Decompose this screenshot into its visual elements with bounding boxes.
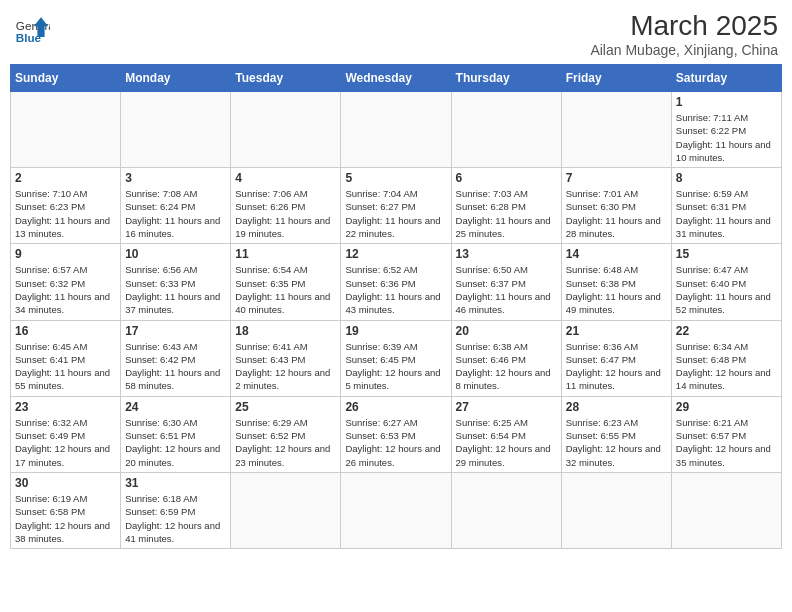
day-number: 30 (15, 476, 116, 490)
weekday-header-wednesday: Wednesday (341, 65, 451, 92)
calendar-cell: 13Sunrise: 6:50 AM Sunset: 6:37 PM Dayli… (451, 244, 561, 320)
day-info: Sunrise: 7:08 AM Sunset: 6:24 PM Dayligh… (125, 187, 226, 240)
day-number: 17 (125, 324, 226, 338)
calendar-cell: 12Sunrise: 6:52 AM Sunset: 6:36 PM Dayli… (341, 244, 451, 320)
day-info: Sunrise: 6:59 AM Sunset: 6:31 PM Dayligh… (676, 187, 777, 240)
day-info: Sunrise: 6:36 AM Sunset: 6:47 PM Dayligh… (566, 340, 667, 393)
calendar-cell: 21Sunrise: 6:36 AM Sunset: 6:47 PM Dayli… (561, 320, 671, 396)
day-info: Sunrise: 6:41 AM Sunset: 6:43 PM Dayligh… (235, 340, 336, 393)
day-number: 4 (235, 171, 336, 185)
calendar-week-row: 16Sunrise: 6:45 AM Sunset: 6:41 PM Dayli… (11, 320, 782, 396)
calendar-week-row: 23Sunrise: 6:32 AM Sunset: 6:49 PM Dayli… (11, 396, 782, 472)
day-info: Sunrise: 6:54 AM Sunset: 6:35 PM Dayligh… (235, 263, 336, 316)
day-number: 7 (566, 171, 667, 185)
day-number: 2 (15, 171, 116, 185)
day-info: Sunrise: 6:19 AM Sunset: 6:58 PM Dayligh… (15, 492, 116, 545)
calendar-cell: 20Sunrise: 6:38 AM Sunset: 6:46 PM Dayli… (451, 320, 561, 396)
day-number: 3 (125, 171, 226, 185)
calendar-cell (561, 92, 671, 168)
day-number: 12 (345, 247, 446, 261)
day-number: 1 (676, 95, 777, 109)
calendar-cell: 2Sunrise: 7:10 AM Sunset: 6:23 PM Daylig… (11, 168, 121, 244)
calendar-week-row: 1Sunrise: 7:11 AM Sunset: 6:22 PM Daylig… (11, 92, 782, 168)
day-number: 23 (15, 400, 116, 414)
calendar-cell (231, 472, 341, 548)
day-info: Sunrise: 6:34 AM Sunset: 6:48 PM Dayligh… (676, 340, 777, 393)
calendar-cell: 27Sunrise: 6:25 AM Sunset: 6:54 PM Dayli… (451, 396, 561, 472)
weekday-header-row: SundayMondayTuesdayWednesdayThursdayFrid… (11, 65, 782, 92)
calendar-cell: 28Sunrise: 6:23 AM Sunset: 6:55 PM Dayli… (561, 396, 671, 472)
day-info: Sunrise: 7:11 AM Sunset: 6:22 PM Dayligh… (676, 111, 777, 164)
calendar-cell: 19Sunrise: 6:39 AM Sunset: 6:45 PM Dayli… (341, 320, 451, 396)
day-info: Sunrise: 6:18 AM Sunset: 6:59 PM Dayligh… (125, 492, 226, 545)
day-info: Sunrise: 6:39 AM Sunset: 6:45 PM Dayligh… (345, 340, 446, 393)
day-info: Sunrise: 6:47 AM Sunset: 6:40 PM Dayligh… (676, 263, 777, 316)
page-header: General Blue March 2025 Ailan Mubage, Xi… (10, 10, 782, 58)
day-info: Sunrise: 6:23 AM Sunset: 6:55 PM Dayligh… (566, 416, 667, 469)
calendar-cell: 24Sunrise: 6:30 AM Sunset: 6:51 PM Dayli… (121, 396, 231, 472)
day-info: Sunrise: 6:27 AM Sunset: 6:53 PM Dayligh… (345, 416, 446, 469)
day-info: Sunrise: 6:29 AM Sunset: 6:52 PM Dayligh… (235, 416, 336, 469)
calendar-cell: 22Sunrise: 6:34 AM Sunset: 6:48 PM Dayli… (671, 320, 781, 396)
day-number: 26 (345, 400, 446, 414)
title-block: March 2025 Ailan Mubage, Xinjiang, China (590, 10, 778, 58)
calendar-cell: 7Sunrise: 7:01 AM Sunset: 6:30 PM Daylig… (561, 168, 671, 244)
day-number: 13 (456, 247, 557, 261)
day-info: Sunrise: 7:04 AM Sunset: 6:27 PM Dayligh… (345, 187, 446, 240)
calendar-week-row: 2Sunrise: 7:10 AM Sunset: 6:23 PM Daylig… (11, 168, 782, 244)
day-number: 9 (15, 247, 116, 261)
calendar-cell: 31Sunrise: 6:18 AM Sunset: 6:59 PM Dayli… (121, 472, 231, 548)
calendar-cell (231, 92, 341, 168)
day-info: Sunrise: 6:25 AM Sunset: 6:54 PM Dayligh… (456, 416, 557, 469)
weekday-header-tuesday: Tuesday (231, 65, 341, 92)
calendar-cell: 17Sunrise: 6:43 AM Sunset: 6:42 PM Dayli… (121, 320, 231, 396)
day-info: Sunrise: 6:48 AM Sunset: 6:38 PM Dayligh… (566, 263, 667, 316)
calendar-cell: 10Sunrise: 6:56 AM Sunset: 6:33 PM Dayli… (121, 244, 231, 320)
day-info: Sunrise: 6:21 AM Sunset: 6:57 PM Dayligh… (676, 416, 777, 469)
day-number: 29 (676, 400, 777, 414)
calendar-cell: 3Sunrise: 7:08 AM Sunset: 6:24 PM Daylig… (121, 168, 231, 244)
day-number: 5 (345, 171, 446, 185)
calendar-cell: 14Sunrise: 6:48 AM Sunset: 6:38 PM Dayli… (561, 244, 671, 320)
calendar-week-row: 30Sunrise: 6:19 AM Sunset: 6:58 PM Dayli… (11, 472, 782, 548)
day-number: 21 (566, 324, 667, 338)
day-number: 24 (125, 400, 226, 414)
calendar-week-row: 9Sunrise: 6:57 AM Sunset: 6:32 PM Daylig… (11, 244, 782, 320)
day-info: Sunrise: 6:45 AM Sunset: 6:41 PM Dayligh… (15, 340, 116, 393)
day-number: 20 (456, 324, 557, 338)
calendar-cell: 5Sunrise: 7:04 AM Sunset: 6:27 PM Daylig… (341, 168, 451, 244)
month-year-title: March 2025 (590, 10, 778, 42)
day-number: 11 (235, 247, 336, 261)
calendar-cell: 9Sunrise: 6:57 AM Sunset: 6:32 PM Daylig… (11, 244, 121, 320)
calendar-cell (341, 92, 451, 168)
day-info: Sunrise: 6:56 AM Sunset: 6:33 PM Dayligh… (125, 263, 226, 316)
day-info: Sunrise: 7:03 AM Sunset: 6:28 PM Dayligh… (456, 187, 557, 240)
calendar-cell: 30Sunrise: 6:19 AM Sunset: 6:58 PM Dayli… (11, 472, 121, 548)
calendar-cell (121, 92, 231, 168)
weekday-header-saturday: Saturday (671, 65, 781, 92)
day-info: Sunrise: 6:38 AM Sunset: 6:46 PM Dayligh… (456, 340, 557, 393)
calendar-cell: 4Sunrise: 7:06 AM Sunset: 6:26 PM Daylig… (231, 168, 341, 244)
weekday-header-monday: Monday (121, 65, 231, 92)
calendar-cell (341, 472, 451, 548)
logo-icon: General Blue (14, 10, 50, 46)
day-info: Sunrise: 6:57 AM Sunset: 6:32 PM Dayligh… (15, 263, 116, 316)
calendar-cell (671, 472, 781, 548)
day-number: 25 (235, 400, 336, 414)
day-number: 14 (566, 247, 667, 261)
day-number: 28 (566, 400, 667, 414)
calendar-cell (11, 92, 121, 168)
day-number: 27 (456, 400, 557, 414)
calendar-cell: 29Sunrise: 6:21 AM Sunset: 6:57 PM Dayli… (671, 396, 781, 472)
day-number: 16 (15, 324, 116, 338)
weekday-header-thursday: Thursday (451, 65, 561, 92)
location-subtitle: Ailan Mubage, Xinjiang, China (590, 42, 778, 58)
day-info: Sunrise: 7:10 AM Sunset: 6:23 PM Dayligh… (15, 187, 116, 240)
weekday-header-friday: Friday (561, 65, 671, 92)
calendar-table: SundayMondayTuesdayWednesdayThursdayFrid… (10, 64, 782, 549)
calendar-cell: 23Sunrise: 6:32 AM Sunset: 6:49 PM Dayli… (11, 396, 121, 472)
logo: General Blue (14, 10, 50, 46)
calendar-cell: 6Sunrise: 7:03 AM Sunset: 6:28 PM Daylig… (451, 168, 561, 244)
calendar-cell: 8Sunrise: 6:59 AM Sunset: 6:31 PM Daylig… (671, 168, 781, 244)
day-number: 22 (676, 324, 777, 338)
